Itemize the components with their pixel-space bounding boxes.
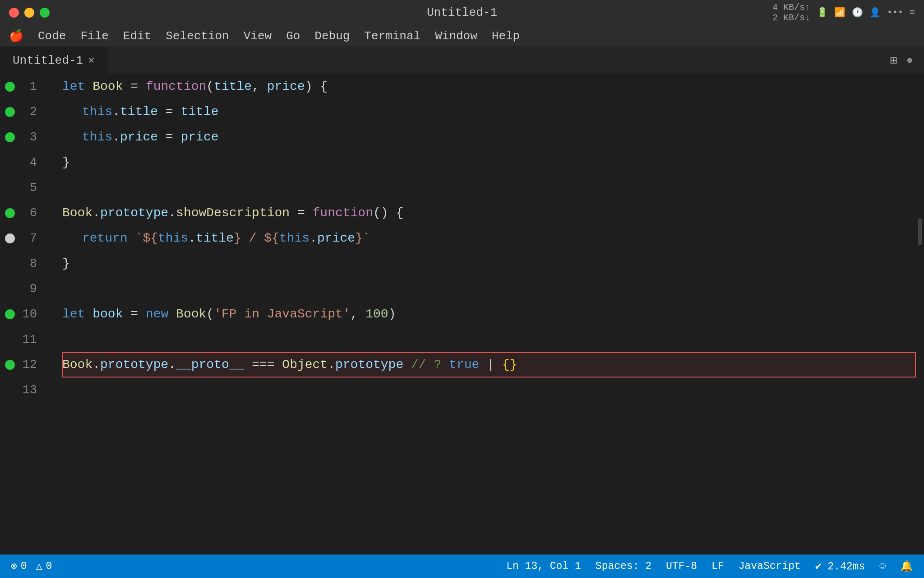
code-line-4: }	[62, 150, 916, 175]
network-speed: 4 KB/s↑2 KB/s↓	[772, 2, 810, 23]
line-num-13: 13	[20, 378, 44, 403]
code-line-6: Book.prototype.showDescription = functio…	[62, 200, 916, 226]
menu-edit[interactable]: Edit	[123, 29, 151, 43]
line-num-8: 8	[20, 251, 44, 276]
breakpoint-9	[0, 276, 20, 302]
breakpoint-1[interactable]	[0, 74, 20, 99]
menu-go[interactable]: Go	[286, 29, 300, 43]
breakpoint-13	[0, 378, 20, 403]
notification-icon[interactable]: 🔔	[900, 560, 913, 573]
status-left: ⊗ 0 △ 0	[11, 560, 52, 573]
code-line-3: this.price = price	[62, 125, 916, 150]
menu-window[interactable]: Window	[435, 29, 477, 43]
menu-terminal[interactable]: Terminal	[364, 29, 420, 43]
menu-view[interactable]: View	[244, 29, 272, 43]
scrollbar-thumb[interactable]	[918, 218, 922, 245]
line-num-6: 6	[20, 200, 44, 226]
scrollbar[interactable]	[916, 74, 924, 555]
sys-status: 4 KB/s↑2 KB/s↓ 🔋 📶 🕐 👤 ••• ≡	[772, 2, 915, 23]
tab-label: Untitled-1	[13, 54, 83, 67]
breakpoint-10[interactable]	[0, 302, 20, 327]
status-right: Ln 13, Col 1 Spaces: 2 UTF-8 LF JavaScri…	[506, 560, 913, 573]
code-line-7: return `${this.title} / ${this.price}`	[62, 226, 916, 251]
line-num-4: 4	[20, 150, 44, 175]
breakpoint-8	[0, 251, 20, 276]
feedback-icon[interactable]: ☺	[879, 560, 886, 572]
indent-type[interactable]: Spaces: 2	[596, 560, 651, 572]
more-icon: •••	[887, 7, 903, 18]
menu-code[interactable]: Code	[38, 29, 66, 43]
errors-count[interactable]: ⊗ 0	[11, 560, 27, 573]
line-num-9: 9	[20, 276, 44, 302]
breakpoint-4	[0, 150, 20, 175]
minimize-button[interactable]	[24, 8, 34, 18]
timing: ✔ 2.42ms	[815, 560, 865, 573]
editor-container: 1 2 3 4 5 6 7 8 9 10 11 12 13 let Book =…	[0, 74, 924, 555]
code-line-9	[62, 276, 916, 302]
maximize-button[interactable]	[40, 8, 50, 18]
title-bar: Untitled-1 4 KB/s↑2 KB/s↓ 🔋 📶 🕐 👤 ••• ≡	[0, 0, 924, 25]
error-number: 0	[21, 560, 27, 572]
line-num-12: 12	[20, 352, 44, 378]
code-line-10: let book = new Book('FP in JavaScript', …	[62, 302, 916, 327]
split-editor-icon[interactable]: ⊞	[890, 53, 897, 68]
line-num-7: 7	[20, 226, 44, 251]
traffic-lights	[9, 8, 50, 18]
battery-icon: 🔋	[817, 7, 828, 18]
line-num-10: 10	[20, 302, 44, 327]
tab-close-icon[interactable]: ✕	[88, 54, 94, 66]
window-title: Untitled-1	[427, 6, 497, 19]
code-line-11	[62, 327, 916, 352]
code-line-5	[62, 175, 916, 200]
clock-icon: 🕐	[852, 7, 863, 18]
tab-bar: Untitled-1 ✕ ⊞ ●	[0, 47, 924, 74]
breakpoint-6[interactable]	[0, 200, 20, 226]
line-num-3: 3	[20, 125, 44, 150]
line-num-11: 11	[20, 327, 44, 352]
warning-number: 0	[46, 560, 52, 572]
menu-help[interactable]: Help	[492, 29, 520, 43]
code-line-2: this.title = title	[62, 99, 916, 125]
close-button[interactable]	[9, 8, 19, 18]
wifi-icon: 📶	[834, 7, 845, 18]
code-line-8: }	[62, 251, 916, 276]
eol-type[interactable]: LF	[711, 560, 724, 572]
line-num-2: 2	[20, 99, 44, 125]
main-container: Untitled-1 ✕ ⊞ ●	[0, 47, 924, 578]
apple-menu[interactable]: 🍎	[9, 29, 23, 43]
warnings-count[interactable]: △ 0	[36, 560, 52, 573]
code-line-13	[62, 378, 916, 403]
line-num-1: 1	[20, 74, 44, 99]
code-line-12: Book.prototype.__proto__ === Object.prot…	[62, 352, 916, 378]
menu-bar: 🍎 Code File Edit Selection View Go Debug…	[0, 25, 924, 47]
editor-tab[interactable]: Untitled-1 ✕	[0, 47, 107, 74]
breakpoint-11	[0, 327, 20, 352]
user-icon: 👤	[869, 7, 881, 18]
warning-icon: △	[36, 560, 42, 573]
encoding[interactable]: UTF-8	[666, 560, 697, 572]
breakpoint-2[interactable]	[0, 99, 20, 125]
menu-file[interactable]: File	[80, 29, 108, 43]
language-mode[interactable]: JavaScript	[739, 560, 801, 572]
status-bar: ⊗ 0 △ 0 Ln 13, Col 1 Spaces: 2 UTF-8 LF …	[0, 555, 924, 578]
code-line-1: let Book = function(title, price) {	[62, 74, 916, 99]
tab-right: ⊞ ●	[890, 47, 924, 74]
menu-selection[interactable]: Selection	[166, 29, 229, 43]
code-editor[interactable]: let Book = function(title, price) { this…	[51, 74, 916, 555]
breakpoint-column	[0, 74, 20, 555]
more-actions-icon[interactable]: ●	[906, 54, 913, 67]
breakpoint-12[interactable]	[0, 352, 20, 378]
list-icon: ≡	[910, 7, 915, 18]
line-numbers: 1 2 3 4 5 6 7 8 9 10 11 12 13	[20, 74, 51, 555]
cursor-position[interactable]: Ln 13, Col 1	[506, 560, 581, 572]
menu-debug[interactable]: Debug	[314, 29, 350, 43]
breakpoint-5	[0, 175, 20, 200]
error-icon: ⊗	[11, 560, 17, 573]
line-num-5: 5	[20, 175, 44, 200]
breakpoint-3[interactable]	[0, 125, 20, 150]
breakpoint-7[interactable]	[0, 226, 20, 251]
